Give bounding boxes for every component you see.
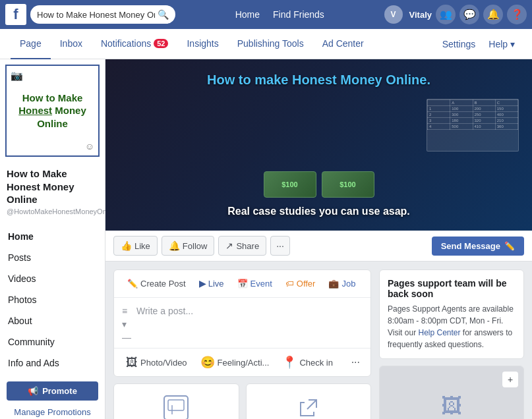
username-label: Vitaly bbox=[409, 10, 432, 20]
sidebar-item-about[interactable]: About bbox=[0, 310, 105, 331]
support-title: Pages support team will be back soon bbox=[388, 278, 516, 299]
post-toolbar: ✏️ Create Post ▶ Live 📅 Event 🏷 bbox=[114, 270, 370, 298]
sidebar-promote: 📢 Promote Manage Promotions bbox=[7, 381, 98, 420]
page-name-section: How to Make Honest Money Online @HowtoMa… bbox=[0, 162, 105, 218]
page-title: How to Make Honest Money Online bbox=[7, 167, 98, 206]
promote-icon: 📢 bbox=[28, 386, 38, 396]
sidebar-nav: Home Posts Videos Photos About Community… bbox=[0, 226, 105, 374]
story-add-button[interactable]: + bbox=[502, 372, 518, 387]
search-icon: 🔍 bbox=[158, 9, 169, 20]
event-btn[interactable]: 📅 Event bbox=[232, 275, 278, 292]
story-placeholder-icon: 🖼 bbox=[441, 394, 462, 418]
offer-icon: 🏷 bbox=[285, 279, 294, 289]
text-format-icon: ≡ bbox=[122, 306, 131, 316]
manage-promotions-link[interactable]: Manage Promotions bbox=[7, 403, 98, 420]
money-bill-1: $100 bbox=[264, 171, 316, 198]
content-right: Pages support team will be back soon Pag… bbox=[379, 269, 524, 419]
create-post-box: ✏️ Create Post ▶ Live 📅 Event 🏷 bbox=[113, 269, 371, 377]
sidebar-item-info-ads[interactable]: Info and Ads bbox=[0, 352, 105, 374]
top-nav: f 🔍 Home Find Friends V Vitaly 👥 💬 🔔 ❓ bbox=[0, 0, 532, 29]
tab-ad-center[interactable]: Ad Center bbox=[313, 29, 373, 59]
offer-btn[interactable]: 🏷 Offer bbox=[280, 275, 321, 292]
page-handle: @HowtoMakeHonestMoneyOnline bbox=[7, 208, 98, 215]
support-text: Pages Support Agents are available 8:00a… bbox=[388, 303, 516, 350]
facebook-logo[interactable]: f bbox=[5, 4, 26, 25]
like-icon: 👍 bbox=[121, 240, 132, 251]
sidebar-item-home[interactable]: Home bbox=[0, 226, 105, 247]
checkin-icon: 📍 bbox=[282, 355, 297, 370]
help-icon-btn[interactable]: ❓ bbox=[507, 5, 527, 24]
create-post-btn[interactable]: ✏️ Create Post bbox=[122, 275, 191, 292]
post-input-area: ≡ ▾ — Write a post... bbox=[114, 298, 370, 348]
content-area: ✏️ Create Post ▶ Live 📅 Event 🏷 bbox=[105, 262, 532, 419]
tab-notifications[interactable]: Notifications 52 bbox=[92, 29, 178, 59]
money-visual: $100 $100 bbox=[264, 171, 374, 198]
tab-insights[interactable]: Insights bbox=[177, 29, 227, 59]
left-sidebar: 📷 How to Make Honest Money Online ☺ How … bbox=[0, 59, 105, 419]
sidebar-item-posts[interactable]: Posts bbox=[0, 247, 105, 268]
promo-cards: Get More Page Likes Help people find and… bbox=[113, 383, 371, 419]
settings-link[interactable]: Settings bbox=[436, 39, 483, 49]
find-friends-link[interactable]: Find Friends bbox=[273, 9, 324, 20]
top-nav-links: Home Find Friends bbox=[175, 9, 384, 20]
cover-headline: How to make Honest Money Online. bbox=[207, 72, 430, 88]
share-button[interactable]: ↗ Share bbox=[218, 236, 266, 256]
tab-page[interactable]: Page bbox=[11, 29, 51, 59]
post-more-btn[interactable]: ··· bbox=[346, 352, 365, 372]
cover-spreadsheet: ABC 1100200150 2300250400 3180320210 450… bbox=[427, 99, 519, 152]
help-center-link[interactable]: Help Center bbox=[418, 328, 460, 337]
friends-icon-btn[interactable]: 👥 bbox=[436, 5, 456, 24]
avatar[interactable]: V bbox=[384, 5, 403, 24]
live-btn[interactable]: ▶ Live bbox=[194, 275, 229, 292]
center-content: How to make Honest Money Online. ABC 110… bbox=[105, 59, 532, 419]
sidebar-item-photos[interactable]: Photos bbox=[0, 289, 105, 310]
post-actions-row: 🖼 Photo/Video 😊 Feeling/Acti... 📍 Check … bbox=[114, 348, 370, 376]
tab-inbox[interactable]: Inbox bbox=[51, 29, 92, 59]
feeling-icon: 😊 bbox=[200, 355, 215, 370]
tab-publishing-tools[interactable]: Publishing Tools bbox=[228, 29, 313, 59]
photo-video-icon: 🖼 bbox=[126, 356, 138, 370]
messages-icon-btn[interactable]: 💬 bbox=[459, 5, 479, 24]
page-likes-icon bbox=[122, 395, 231, 419]
page-tab-bar: Page Inbox Notifications 52 Insights Pub… bbox=[0, 29, 532, 59]
promo-card-clicks: Get More Link Clicks Send people from Fa… bbox=[246, 383, 372, 419]
dropdown-icon: ▾ bbox=[122, 319, 131, 329]
top-nav-right: V Vitaly 👥 💬 🔔 ❓ bbox=[384, 5, 527, 24]
content-main: ✏️ Create Post ▶ Live 📅 Event 🏷 bbox=[113, 269, 371, 419]
event-icon: 📅 bbox=[237, 279, 248, 289]
help-link[interactable]: Help ▾ bbox=[482, 39, 521, 49]
camera-icon: 📷 bbox=[11, 70, 23, 82]
page-logo-box: 📷 How to Make Honest Money Online ☺ bbox=[5, 65, 100, 157]
home-link[interactable]: Home bbox=[235, 9, 260, 20]
sidebar-item-community[interactable]: Community bbox=[0, 331, 105, 352]
more-actions-button[interactable]: ··· bbox=[270, 236, 290, 256]
job-icon: 💼 bbox=[328, 279, 339, 289]
checkin-btn[interactable]: 📍 Check in bbox=[276, 351, 340, 374]
page-logo-text: How to Make Honest Money Online bbox=[13, 92, 92, 130]
page-action-bar: 👍 Like 🔔 Follow ↗ Share ··· Send Message… bbox=[105, 231, 532, 262]
link-clicks-icon bbox=[254, 395, 363, 419]
notifications-icon-btn[interactable]: 🔔 bbox=[483, 5, 503, 24]
send-message-button[interactable]: Send Message ✏️ bbox=[432, 237, 524, 256]
post-input[interactable]: Write a post... bbox=[136, 303, 363, 319]
photo-video-btn[interactable]: 🖼 Photo/Video bbox=[119, 352, 194, 374]
minus-icon: — bbox=[122, 332, 131, 343]
search-input[interactable] bbox=[37, 10, 155, 20]
like-button[interactable]: 👍 Like bbox=[113, 236, 158, 256]
svg-rect-1 bbox=[168, 400, 184, 410]
sidebar-item-videos[interactable]: Videos bbox=[0, 268, 105, 289]
live-icon: ▶ bbox=[199, 279, 206, 289]
follow-button[interactable]: 🔔 Follow bbox=[162, 236, 215, 256]
post-input-icons: ≡ ▾ — bbox=[122, 303, 131, 343]
share-icon: ↗ bbox=[225, 240, 233, 251]
smile-icon: ☺ bbox=[85, 141, 94, 152]
search-box[interactable]: 🔍 bbox=[30, 5, 175, 24]
promo-card-likes: Get More Page Likes Help people find and… bbox=[113, 383, 239, 419]
promote-button[interactable]: 📢 Promote bbox=[7, 381, 98, 401]
follow-icon: 🔔 bbox=[169, 240, 180, 251]
cover-photo: How to make Honest Money Online. ABC 110… bbox=[105, 59, 532, 231]
cover-subtext: Real case studies you can use asap. bbox=[227, 206, 410, 217]
story-box: 🖼 + Our Story bbox=[379, 366, 524, 419]
job-btn[interactable]: 💼 Job bbox=[323, 275, 361, 292]
feeling-activity-btn[interactable]: 😊 Feeling/Acti... bbox=[194, 351, 276, 374]
